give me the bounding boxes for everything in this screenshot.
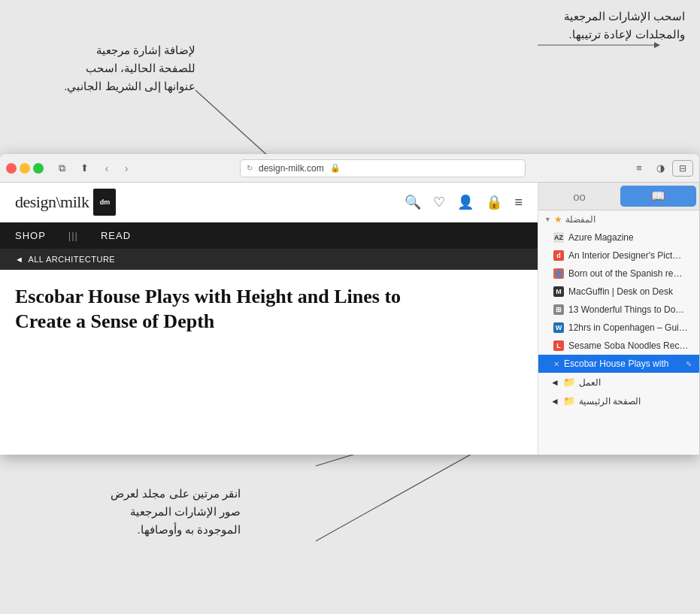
- favicon-soba: L: [553, 340, 564, 351]
- lock-icon: 🔒: [330, 163, 341, 173]
- toolbar-right: ≡ ◑ ⊟: [630, 159, 693, 177]
- favicon-wonderful: ⊞: [553, 304, 564, 315]
- breadcrumb-bar: ◄ ALL ARCHITECTURE: [0, 249, 538, 270]
- item-label-wonderful: 13 Wonderful Things to Do…: [568, 304, 692, 315]
- sidebar-item-soba[interactable]: L Sesame Soba Noodles Rec…: [538, 337, 699, 355]
- sidebar-item-escobar[interactable]: ✕ Escobar House Plays with ✎: [538, 355, 699, 373]
- sidebar-toggle-button[interactable]: ⊟: [672, 160, 693, 177]
- nav-divider: |||: [68, 230, 78, 241]
- work-folder-chevron: ◄: [550, 377, 559, 388]
- item-label-interior: An Interior Designer's Pict…: [568, 250, 692, 261]
- tab-bookmarks[interactable]: 📖: [620, 186, 696, 207]
- item-label-soba: Sesame Soba Noodles Rec…: [568, 340, 692, 351]
- favicon-azure: AZ: [553, 232, 564, 243]
- search-icon[interactable]: 🔍: [405, 194, 421, 210]
- logo-box: dm: [93, 189, 116, 216]
- sidebar-item-interior[interactable]: d An Interior Designer's Pict…: [538, 247, 699, 265]
- bag-icon[interactable]: 🔒: [486, 194, 502, 210]
- user-icon[interactable]: 👤: [457, 194, 474, 210]
- toolbar-center: ↻ design-milk.com 🔒: [140, 159, 626, 177]
- sidebar-items: ▼ ★ المفضلة AZ Azure Magazine d An Inter…: [538, 210, 699, 455]
- work-folder-icon: 📁: [563, 377, 575, 388]
- reader-button[interactable]: ≡: [630, 159, 648, 177]
- back-button[interactable]: ‹: [98, 159, 116, 177]
- annotation-top-left: لإضافة إشارة مرجعية للصفحة الحالية، اسحب…: [23, 41, 195, 95]
- dark-mode-button[interactable]: ◑: [651, 159, 669, 177]
- url-text: design-milk.com: [259, 163, 324, 174]
- favicon-spanish: 🌀: [553, 268, 564, 279]
- menu-icon[interactable]: ≡: [514, 195, 523, 210]
- sidebar-item-macguffin[interactable]: M MacGuffin | Desk on Desk: [538, 283, 699, 301]
- browser-window: ⧉ ⬆ ‹ › ↻ design-milk.com 🔒 ≡ ◑ ⊟: [0, 154, 699, 455]
- favorites-section-header[interactable]: ▼ ★ المفضلة: [538, 210, 699, 228]
- sidebar-item-wonderful[interactable]: ⊞ 13 Wonderful Things to Do…: [538, 301, 699, 319]
- favorites-chevron: ▼: [544, 216, 551, 223]
- annotation-folder-view: انقر مرتين على مجلد لعرض صور الإشارات ال…: [23, 485, 241, 539]
- article-content: Escobar House Plays with Height and Line…: [0, 270, 538, 341]
- sidebar-folder-home[interactable]: ◄ 📁 الصفحة الرئيسية: [538, 392, 699, 410]
- logo-text: design\milk: [15, 192, 89, 212]
- minimize-button[interactable]: [20, 163, 30, 174]
- site-logo: design\milk dm: [15, 189, 116, 216]
- close-button[interactable]: [6, 163, 17, 174]
- site-icons: 🔍 ♡ 👤 🔒 ≡: [405, 194, 523, 210]
- sidebar-folder-work[interactable]: ◄ 📁 العمل: [538, 373, 699, 392]
- favorites-star-icon: ★: [554, 214, 562, 225]
- sidebar-item-azure[interactable]: AZ Azure Magazine: [538, 228, 699, 247]
- favicon-copenhagen: W: [553, 322, 564, 333]
- escobar-edit-icon: ✎: [686, 360, 692, 368]
- sidebar-panel: oo 📖 ▼ ★ المفضلة AZ Azure Magazine: [538, 183, 699, 455]
- browser-toolbar: ⧉ ⬆ ‹ › ↻ design-milk.com 🔒 ≡ ◑ ⊟: [0, 154, 699, 183]
- window-controls: [6, 163, 44, 174]
- site-nav: SHOP ||| READ: [0, 222, 538, 249]
- sidebar-item-spanish[interactable]: 🌀 Born out of the Spanish re…: [538, 265, 699, 283]
- share-button[interactable]: ⬆: [75, 159, 93, 177]
- tab-icon-button[interactable]: ⧉: [53, 159, 71, 177]
- breadcrumb-arrow: ◄: [15, 255, 23, 264]
- nav-shop[interactable]: SHOP: [15, 230, 46, 241]
- refresh-icon: ↻: [247, 164, 253, 172]
- favicon-macguffin: M: [553, 286, 564, 297]
- item-label-azure: Azure Magazine: [568, 232, 692, 243]
- web-content: design\milk dm 🔍 ♡ 👤 🔒 ≡ SHOP ||| READ: [0, 183, 538, 455]
- annotation-top-right: اسحب الإشارات المرجعية والمجلدات لإعادة …: [489, 8, 685, 44]
- home-folder-icon: 📁: [563, 395, 575, 407]
- item-label-macguffin: MacGuffin | Desk on Desk: [568, 286, 692, 297]
- site-header: design\milk dm 🔍 ♡ 👤 🔒 ≡: [0, 183, 538, 222]
- home-folder-chevron: ◄: [550, 396, 559, 407]
- escobar-checkmark: ✕: [553, 360, 559, 368]
- breadcrumb-text[interactable]: ALL ARCHITECTURE: [28, 255, 115, 264]
- item-label-spanish: Born out of the Spanish re…: [568, 268, 692, 279]
- tab-reading[interactable]: oo: [541, 186, 617, 207]
- sidebar-item-copenhagen[interactable]: W 12hrs in Copenhagen – Gui…: [538, 319, 699, 337]
- favorites-label: المفضلة: [565, 214, 595, 225]
- article-title: Escobar House Plays with Height and Line…: [15, 285, 451, 334]
- work-folder-label: العمل: [579, 377, 601, 388]
- address-bar[interactable]: ↻ design-milk.com 🔒: [240, 159, 526, 177]
- sidebar-tabs: oo 📖: [538, 183, 699, 210]
- maximize-button[interactable]: [33, 163, 44, 174]
- home-folder-label: الصفحة الرئيسية: [579, 396, 641, 407]
- item-label-escobar: Escobar House Plays with: [564, 358, 681, 369]
- favicon-interior: d: [553, 250, 564, 261]
- nav-read[interactable]: READ: [101, 230, 131, 241]
- browser-content: design\milk dm 🔍 ♡ 👤 🔒 ≡ SHOP ||| READ: [0, 183, 699, 455]
- nav-buttons: ‹ ›: [98, 159, 135, 177]
- item-label-copenhagen: 12hrs in Copenhagen – Gui…: [568, 322, 692, 333]
- heart-icon[interactable]: ♡: [433, 194, 445, 210]
- forward-button[interactable]: ›: [117, 159, 135, 177]
